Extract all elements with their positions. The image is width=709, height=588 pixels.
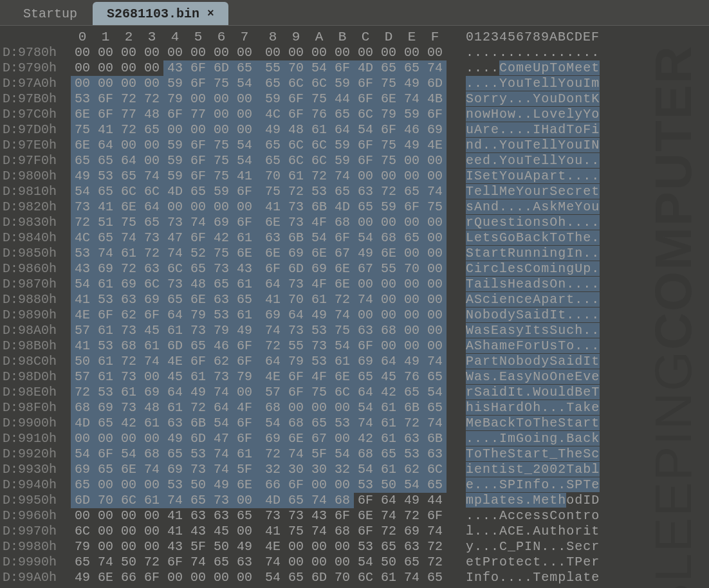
hex-byte[interactable]: 65 (354, 199, 377, 215)
hex-byte[interactable]: 41 (71, 292, 94, 308)
hex-byte[interactable]: 65 (163, 446, 187, 462)
hex-byte[interactable]: 41 (163, 524, 187, 539)
hex-byte[interactable]: 46 (210, 338, 233, 354)
hex-byte[interactable]: 63 (400, 539, 423, 555)
hex-row[interactable]: D:9920h546F54686553746172745F5468655363T… (0, 446, 709, 462)
ascii-cell[interactable]: mplates.MethodID (466, 493, 601, 508)
hex-byte[interactable]: 6E (117, 199, 140, 215)
hex-byte[interactable]: 76 (308, 107, 331, 122)
hex-byte[interactable]: 51 (94, 215, 117, 230)
hex-byte[interactable]: 6F (187, 138, 210, 153)
hex-byte[interactable]: 75 (377, 76, 400, 91)
hex-byte[interactable]: 73 (261, 508, 284, 524)
hex-byte[interactable]: 30 (308, 462, 331, 477)
ascii-cell[interactable]: ................ (466, 45, 601, 60)
hex-byte[interactable]: 6F (377, 122, 400, 138)
hex-byte[interactable]: 00 (71, 45, 94, 60)
hex-byte[interactable]: 53 (187, 446, 210, 462)
hex-byte[interactable]: 74 (284, 446, 308, 462)
hex-byte[interactable]: 61 (94, 369, 117, 385)
ascii-cell[interactable]: ientist_2002Tabl (466, 462, 601, 477)
hex-byte[interactable]: 6E (233, 246, 256, 261)
hex-byte[interactable]: 73 (140, 230, 163, 246)
hex-byte[interactable]: 54 (354, 462, 377, 477)
hex-byte[interactable]: 70 (400, 261, 423, 277)
hex-byte[interactable]: 50 (210, 539, 233, 555)
hex-byte[interactable]: 53 (400, 446, 423, 462)
hex-byte[interactable]: 4D (261, 493, 284, 508)
hex-byte[interactable]: 43 (163, 539, 187, 555)
hex-byte[interactable]: 70 (284, 292, 308, 308)
hex-byte[interactable]: 59 (331, 138, 354, 153)
hex-byte[interactable]: 65 (423, 400, 447, 416)
hex-byte[interactable]: 59 (377, 199, 400, 215)
ascii-cell[interactable]: hisHardOh...Take (466, 400, 601, 416)
hex-byte[interactable]: 6D (308, 570, 331, 585)
hex-byte[interactable]: 00 (210, 45, 233, 60)
hex-byte[interactable]: 61 (94, 277, 117, 292)
hex-byte[interactable]: 00 (308, 555, 331, 570)
hex-byte[interactable]: 42 (210, 230, 233, 246)
hex-row[interactable]: D:97F0h65656400596F7554656C6C596F750000e… (0, 153, 709, 169)
ascii-cell[interactable]: ....AccessContro (466, 508, 601, 524)
hex-byte[interactable]: 65 (117, 169, 140, 184)
hex-byte[interactable]: 55 (377, 261, 400, 277)
hex-byte[interactable]: 6F (233, 416, 256, 431)
hex-byte[interactable]: 00 (140, 60, 163, 76)
hex-byte[interactable]: 4F (233, 400, 256, 416)
hex-byte[interactable]: 72 (187, 400, 210, 416)
hex-byte[interactable]: 68 (377, 323, 400, 338)
hex-byte[interactable]: 74 (140, 169, 163, 184)
hex-byte[interactable]: 72 (117, 91, 140, 107)
hex-byte[interactable]: 49 (354, 246, 377, 261)
hex-row[interactable]: D:9830h725175657374696F6E734F6800000000r… (0, 215, 709, 230)
hex-byte[interactable]: 63 (163, 416, 187, 431)
hex-byte[interactable]: 00 (71, 431, 94, 446)
hex-row[interactable]: D:9890h4E6F626F647953616964497400000000N… (0, 308, 709, 323)
hex-byte[interactable]: 74 (331, 169, 354, 184)
hex-byte[interactable]: 00 (423, 153, 447, 169)
hex-byte[interactable]: 00 (423, 261, 447, 277)
hex-byte[interactable]: 75 (71, 122, 94, 138)
hex-byte[interactable]: 5F (308, 446, 331, 462)
hex-byte[interactable]: 67 (308, 431, 331, 446)
hex-byte[interactable]: 74 (261, 555, 284, 570)
hex-byte[interactable]: 68 (354, 446, 377, 462)
hex-byte[interactable]: 4E (71, 308, 94, 323)
hex-byte[interactable]: 00 (140, 431, 163, 446)
hex-byte[interactable]: 00 (423, 277, 447, 292)
ascii-cell[interactable]: sAnd....AskMeYou (466, 199, 601, 215)
hex-byte[interactable]: 61 (308, 122, 331, 138)
hex-byte[interactable]: 65 (284, 493, 308, 508)
hex-byte[interactable]: 75 (331, 323, 354, 338)
hex-byte[interactable]: 00 (423, 45, 447, 60)
hex-byte[interactable]: 69 (94, 261, 117, 277)
hex-byte[interactable]: 4F (308, 215, 331, 230)
hex-byte[interactable]: 00 (117, 508, 140, 524)
hex-byte[interactable]: 4E (163, 354, 187, 369)
hex-byte[interactable]: 69 (71, 462, 94, 477)
hex-byte[interactable]: 00 (423, 338, 447, 354)
hex-byte[interactable]: 6F (187, 76, 210, 91)
hex-byte[interactable]: 6B (308, 199, 331, 215)
hex-byte[interactable]: 69 (140, 292, 163, 308)
hex-byte[interactable]: 6C (308, 76, 331, 91)
hex-byte[interactable]: 66 (117, 570, 140, 585)
hex-byte[interactable]: 00 (354, 308, 377, 323)
ascii-cell[interactable]: nd..YouTellYouIN (466, 138, 601, 153)
hex-byte[interactable]: 64 (140, 199, 163, 215)
hex-byte[interactable]: 72 (377, 524, 400, 539)
hex-byte[interactable]: 00 (423, 230, 447, 246)
hex-byte[interactable]: 65 (423, 477, 447, 493)
hex-byte[interactable]: 55 (284, 338, 308, 354)
hex-byte[interactable]: 6E (331, 261, 354, 277)
hex-byte[interactable]: 4D (331, 199, 354, 215)
hex-byte[interactable]: 00 (94, 524, 117, 539)
hex-byte[interactable]: 45 (140, 323, 163, 338)
hex-byte[interactable]: 63 (354, 184, 377, 199)
hex-byte[interactable]: 61 (187, 369, 210, 385)
hex-byte[interactable]: 59 (163, 76, 187, 91)
hex-byte[interactable]: 72 (140, 555, 163, 570)
hex-byte[interactable]: 53 (71, 246, 94, 261)
hex-byte[interactable]: 49 (163, 431, 187, 446)
